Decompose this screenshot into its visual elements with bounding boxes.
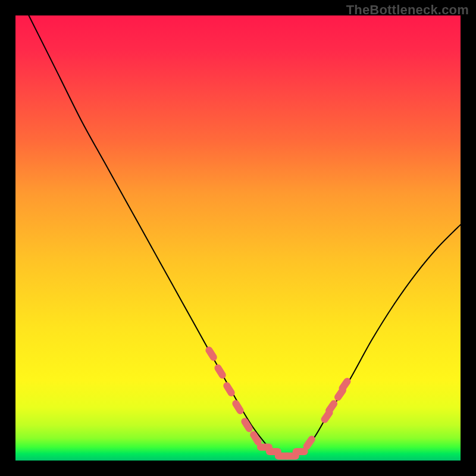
chart-svg — [15, 15, 461, 461]
watermark-text: TheBottleneck.com — [346, 2, 469, 18]
marker-point — [213, 363, 227, 380]
chart-frame: TheBottleneck.com — [0, 0, 476, 476]
bottleneck-curve — [29, 15, 461, 456]
marker-point — [204, 345, 218, 362]
marker-group — [204, 345, 352, 459]
plot-area — [15, 15, 461, 461]
marker-point — [231, 399, 245, 415]
